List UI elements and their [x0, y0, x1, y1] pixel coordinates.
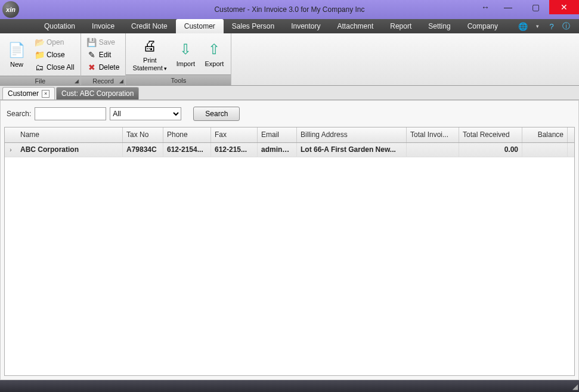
menu-invoice[interactable]: Invoice — [83, 19, 123, 33]
col-name[interactable]: Name — [17, 127, 123, 142]
print-statement-button[interactable]: 🖨 PrintStatement — [129, 35, 171, 73]
tab-detail-label: Cust: ABC Corporation — [61, 89, 134, 98]
menu-credit-note[interactable]: Credit Note — [123, 19, 176, 33]
globe-icon[interactable]: 🌐 — [518, 21, 528, 31]
import-label: Import — [177, 60, 195, 68]
delete-x-icon: ✖ — [87, 63, 97, 72]
import-icon: ⇩ — [176, 40, 195, 59]
table-row[interactable]: › ABC Corporation A79834C 612-2154... 61… — [5, 143, 574, 157]
cell-balance — [522, 143, 568, 157]
menu-sales-person[interactable]: Sales Person — [224, 19, 283, 33]
open-button: 📂 Open — [32, 36, 78, 48]
menu-attachment[interactable]: Attachment — [329, 19, 382, 33]
close-all-label: Close All — [47, 63, 75, 71]
tab-close-icon[interactable]: × — [42, 90, 49, 98]
print-label: PrintStatement — [133, 57, 168, 71]
file-launcher-icon[interactable]: ◢ — [75, 78, 79, 84]
close-all-button[interactable]: 🗂 Close All — [32, 61, 78, 73]
ribbon: 📄 New 📂 Open 📁 Close 🗂 Close All File — [0, 33, 579, 86]
close-label: Close — [47, 51, 65, 59]
tools-group-label: Tools — [171, 77, 187, 84]
col-total-invoice[interactable]: Total Invoi... — [407, 127, 459, 142]
minimize-button[interactable]: — — [494, 0, 522, 14]
customer-grid: Name Tax No Phone Fax Email Billing Addr… — [4, 127, 575, 376]
menu-setting[interactable]: Setting — [420, 19, 459, 33]
file-group-label: File — [35, 77, 45, 85]
ribbon-group-file: 📄 New 📂 Open 📁 Close 🗂 Close All File — [0, 33, 81, 85]
cell-total-invoice — [407, 143, 459, 157]
row-indicator-header — [5, 127, 17, 142]
ribbon-footer-file: File ◢ — [0, 76, 80, 85]
close-window-button[interactable]: ✕ — [549, 0, 579, 14]
ribbon-footer-record: Record ◢ — [81, 76, 126, 85]
edit-pencil-icon: ✎ — [87, 50, 97, 60]
record-launcher-icon[interactable]: ◢ — [119, 78, 123, 84]
restore-arrows-icon[interactable]: ↔ — [476, 0, 494, 14]
search-filter-select[interactable]: All — [110, 107, 181, 120]
save-label: Save — [99, 38, 115, 46]
edit-button[interactable]: ✎ Edit — [84, 48, 123, 61]
new-label: New — [10, 61, 23, 69]
col-tax[interactable]: Tax No — [123, 127, 163, 142]
tab-customer-label: Customer — [8, 89, 39, 98]
info-icon[interactable]: ⓘ — [561, 21, 571, 31]
main-menubar: Quotation Invoice Credit Note Customer S… — [0, 19, 579, 33]
menu-quotation[interactable]: Quotation — [36, 19, 83, 33]
printer-icon: 🖨 — [140, 36, 159, 55]
ribbon-group-record: 💾 Save ✎ Edit ✖ Delete Record ◢ — [81, 33, 126, 85]
export-label: Export — [205, 60, 224, 68]
tab-customer-list[interactable]: Customer × — [2, 87, 55, 99]
search-button[interactable]: Search — [193, 107, 240, 121]
import-button[interactable]: ⇩ Import — [172, 35, 199, 73]
col-email[interactable]: Email — [258, 127, 297, 142]
maximize-button[interactable]: ▢ — [522, 0, 549, 14]
cell-billing: Lot 66-A First Garden New... — [297, 143, 407, 157]
search-label: Search: — [7, 110, 31, 118]
dropdown-icon[interactable]: ▾ — [532, 21, 542, 31]
cell-tax: A79834C — [123, 143, 163, 157]
new-file-icon: 📄 — [7, 41, 26, 60]
row-expand-icon[interactable]: › — [5, 143, 17, 157]
export-button[interactable]: ⇧ Export — [200, 35, 228, 73]
save-button: 💾 Save — [84, 36, 123, 48]
close-button[interactable]: 📁 Close — [32, 48, 78, 61]
open-folder-icon: 📂 — [35, 38, 44, 47]
menu-customer[interactable]: Customer — [176, 19, 224, 33]
ribbon-footer-tools: Tools — [126, 74, 231, 85]
record-group-label: Record — [92, 77, 113, 85]
close-all-icon: 🗂 — [35, 63, 44, 72]
help-icon[interactable]: ? — [547, 21, 556, 31]
close-folder-icon: 📁 — [35, 50, 44, 60]
delete-label: Delete — [99, 63, 120, 71]
menu-report[interactable]: Report — [382, 19, 420, 33]
cell-email: admin@... — [258, 143, 297, 157]
tab-customer-detail[interactable]: Cust: ABC Corporation — [56, 87, 139, 99]
app-icon: xin — [2, 1, 19, 18]
cell-phone: 612-2154... — [163, 143, 211, 157]
cell-name: ABC Corporation — [17, 143, 123, 157]
col-total-received[interactable]: Total Received — [459, 127, 522, 142]
col-fax[interactable]: Fax — [211, 127, 258, 142]
new-button[interactable]: 📄 New — [3, 35, 30, 74]
delete-button[interactable]: ✖ Delete — [84, 61, 123, 73]
content-area: Search: All Search Name Tax No Phone Fax… — [0, 100, 579, 380]
open-label: Open — [47, 38, 64, 46]
grid-header: Name Tax No Phone Fax Email Billing Addr… — [5, 127, 574, 143]
cell-total-received: 0.00 — [459, 143, 522, 157]
menu-company[interactable]: Company — [459, 19, 506, 33]
status-bar: ◢ — [0, 380, 579, 392]
ribbon-group-tools: 🖨 PrintStatement ⇩ Import ⇧ Export Tools — [126, 33, 231, 85]
resize-grip-icon[interactable]: ◢ — [572, 382, 578, 391]
menu-inventory[interactable]: Inventory — [283, 19, 329, 33]
titlebar: xin Customer - Xin Invoice 3.0 for My Co… — [0, 0, 579, 19]
col-balance[interactable]: Balance — [522, 127, 568, 142]
edit-label: Edit — [99, 51, 112, 59]
export-icon: ⇧ — [205, 40, 224, 59]
window-controls: ↔ — ▢ ✕ — [476, 0, 579, 19]
save-disk-icon: 💾 — [87, 38, 97, 47]
search-input[interactable] — [35, 107, 106, 120]
search-bar: Search: All Search — [1, 101, 578, 127]
cell-fax: 612-215... — [211, 143, 258, 157]
col-billing[interactable]: Billing Address — [297, 127, 407, 142]
col-phone[interactable]: Phone — [163, 127, 211, 142]
